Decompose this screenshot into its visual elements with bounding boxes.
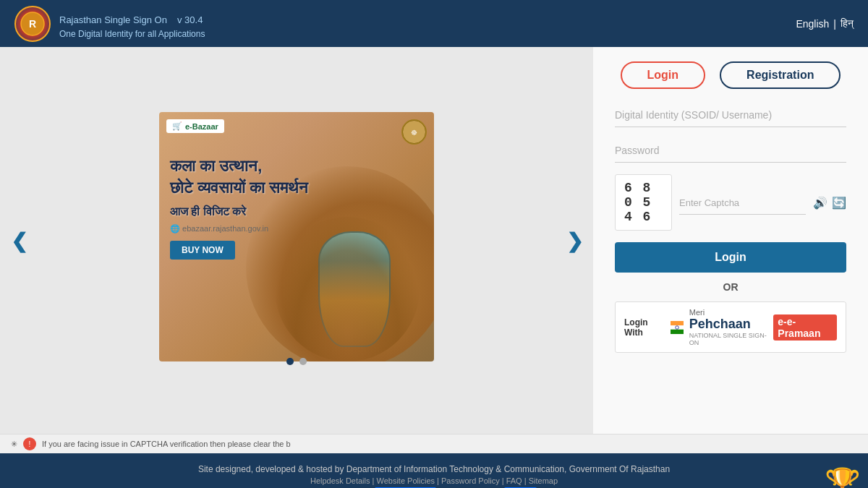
carousel-slide: 🛒 e-Bazaar ☸ कला का उत्थान, छोटे व्यवसाय… (159, 112, 434, 361)
carousel-url: 🌐 ebazaar.rajasthan.gov.in (170, 224, 308, 234)
captcha-audio-icon[interactable]: 🔊 (813, 196, 827, 210)
password-policy-link[interactable]: Password Policy (441, 476, 500, 485)
lang-separator: | (833, 18, 836, 30)
header-title: Rajasthan Single Sign On v 30.4 One Digi… (59, 9, 205, 39)
carousel-text: कला का उत्थान, छोटे व्यवसायों का समर्थन … (170, 155, 308, 260)
epramaan-logo: e-e-Pramaan (773, 314, 837, 341)
password-field (615, 139, 846, 163)
captcha-display: 6 8 0 5 4 6 (615, 174, 672, 231)
site-title: Rajasthan Single Sign On v 30.4 (59, 9, 205, 27)
footer-main-text: Site designed, developed & hosted by Dep… (198, 464, 670, 474)
warning-star-icon: ✳ (11, 440, 17, 449)
trophy-icon: 🏆 (825, 466, 861, 488)
main-content: ❮ 🛒 e-Bazaar (0, 47, 868, 434)
site-subtitle: One Digital Identity for all Application… (59, 29, 205, 39)
sitemap-link[interactable]: Sitemap (529, 476, 558, 485)
pehchaan-logo: Meri Pehchaan NATIONAL SINGLE SIGN-ON (689, 308, 768, 346)
carousel-dot-1[interactable] (286, 358, 294, 365)
carousel-next-button[interactable]: ❯ (563, 229, 586, 252)
hindi-link[interactable]: हिन् (841, 17, 854, 30)
website-policies-link[interactable]: Website Policies (377, 476, 435, 485)
ssoid-input[interactable] (615, 103, 846, 127)
svg-text:R: R (29, 18, 36, 30)
captcha-warning-bar: ✳ ! If you are facing issue in CAPTCHA v… (0, 434, 868, 453)
carousel-dots (286, 358, 307, 365)
login-section: Login Registration 6 8 0 5 4 6 🔊 🔄 Login… (593, 47, 868, 434)
english-link[interactable]: English (796, 18, 829, 30)
ebazaar-logo: 🛒 e-Bazaar (166, 119, 224, 133)
or-divider: OR (723, 281, 739, 293)
footer-links: Helpdesk Details | Website Policies | Pa… (310, 476, 558, 485)
pehchaan-flag-icon (671, 320, 684, 335)
login-tab[interactable]: Login (621, 61, 706, 89)
carousel-dot-2[interactable] (299, 358, 307, 365)
svg-text:☸: ☸ (411, 129, 417, 137)
password-input[interactable] (615, 139, 846, 163)
ssoid-field (615, 103, 846, 127)
svg-rect-6 (671, 329, 684, 333)
epramaan-icon: e- (778, 316, 786, 328)
login-button[interactable]: Login (615, 242, 846, 273)
carousel-prev-button[interactable]: ❮ (7, 229, 30, 252)
header-left: R Rajasthan Single Sign On v 30.4 One Di… (14, 6, 205, 42)
language-selector: English | हिन् (796, 17, 854, 30)
pehchaan-login-label: Login With (624, 317, 665, 338)
faq-link[interactable]: FAQ (506, 476, 522, 485)
helpdesk-link[interactable]: Helpdesk Details (310, 476, 370, 485)
buy-now-button[interactable]: BUY NOW (170, 241, 235, 260)
rajasthan-logo: R (14, 6, 51, 42)
captcha-input[interactable] (679, 191, 806, 215)
captcha-actions: 🔊 🔄 (813, 196, 846, 210)
footer: Site designed, developed & hosted by Dep… (0, 453, 868, 488)
captcha-warning-text: If you are facing issue in CAPTCHA verif… (42, 440, 291, 448)
header: R Rajasthan Single Sign On v 30.4 One Di… (0, 0, 868, 47)
pehchaan-login-button[interactable]: Login With Meri Pehchaan NATIONAL SINGLE… (615, 301, 846, 353)
registration-tab[interactable]: Registration (720, 61, 841, 89)
auth-tabs: Login Registration (615, 61, 846, 89)
svg-rect-4 (671, 320, 684, 325)
warning-badge-icon: ! (23, 437, 36, 450)
svg-rect-5 (671, 325, 684, 329)
captcha-row: 6 8 0 5 4 6 🔊 🔄 (615, 174, 846, 231)
carousel-container: 🛒 e-Bazaar ☸ कला का उत्थान, छोटे व्यवसाय… (159, 112, 434, 369)
captcha-refresh-icon[interactable]: 🔄 (832, 196, 846, 210)
captcha-digits: 6 8 0 5 4 6 (624, 181, 663, 224)
carousel-section: ❮ 🛒 e-Bazaar (0, 47, 593, 434)
govt-emblem: ☸ (401, 119, 427, 145)
